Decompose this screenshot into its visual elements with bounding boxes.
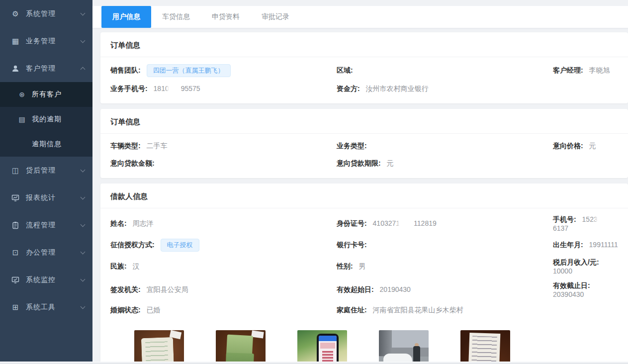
- chevron-down-icon: [81, 194, 86, 199]
- sidebar-item-label: 办公管理: [26, 248, 81, 257]
- sidebar-item-label: 报表统计: [26, 193, 81, 202]
- sidebar-item-report-statistics[interactable]: 报表统计: [0, 184, 92, 211]
- field-home-address: 家庭住址: 河南省宜阳县花果山乡木柴村: [337, 306, 553, 315]
- sidebar-item-label: 逾期信息: [32, 140, 62, 149]
- all-customers-icon: ⊛: [17, 91, 27, 98]
- sidebar-item-system-management[interactable]: ⚙ 系统管理: [0, 0, 92, 27]
- sidebar-item-label: 流程管理: [26, 221, 81, 230]
- field-name: 姓名: 周志洋: [110, 219, 337, 228]
- field-business-phone: 业务手机号: 181095575: [110, 85, 337, 93]
- field-gender: 性别: 男: [337, 262, 553, 271]
- user-icon: [10, 65, 21, 73]
- person-with-car-photo-thumbnail[interactable]: [379, 330, 429, 364]
- field-valid-until: 有效截止日: 20390430: [553, 281, 618, 298]
- field-sales-team: 销售团队: 四团一营（直属王鹏飞）: [110, 64, 337, 77]
- authorization-screenshot-thumbnail[interactable]: [297, 330, 347, 364]
- clipboard-icon: [10, 221, 21, 229]
- field-birth-date: 出生年月: 19911111: [553, 241, 618, 250]
- sidebar-item-label: 我的逾期: [32, 115, 62, 124]
- sidebar-item-process-management[interactable]: 流程管理: [0, 211, 92, 239]
- book-icon: ◫: [10, 166, 21, 175]
- field-valid-from: 有效起始日: 20190430: [337, 285, 553, 294]
- sidebar-submenu-customer: ⊛ 所有客户 ▤ 我的逾期 逾期信息: [0, 82, 92, 157]
- handwritten-document-thumbnail[interactable]: [460, 330, 510, 364]
- bottom-scrollbar-strip[interactable]: [0, 362, 628, 364]
- redaction-blur: [169, 85, 181, 93]
- sidebar-item-all-customers[interactable]: ⊛ 所有客户: [0, 82, 92, 107]
- sidebar-item-customer-management[interactable]: 客户管理: [0, 55, 92, 82]
- id-card-photo-thumbnail[interactable]: [134, 330, 184, 364]
- e-auth-tag[interactable]: 电子授权: [161, 239, 199, 252]
- notebook-icon: ▤: [17, 115, 27, 123]
- card-title: 订单信息: [100, 32, 628, 57]
- drivers-license-photo-thumbnail[interactable]: [216, 330, 266, 364]
- field-intended-loan-term: 意向贷款期限: 元: [337, 159, 553, 168]
- field-mobile: 手机号: 15236137: [553, 215, 618, 232]
- field-monthly-income: 税后月收入/元: 10000: [553, 258, 618, 275]
- card-title: 借款人信息: [100, 183, 628, 208]
- monitor-check-icon: [10, 276, 21, 284]
- field-issuing-authority: 签发机关: 宜阳县公安局: [110, 285, 337, 294]
- sidebar-item-postloan-management[interactable]: ◫ 贷后管理: [0, 157, 92, 184]
- tab-user-info[interactable]: 用户信息: [101, 6, 151, 28]
- sidebar-item-business-management[interactable]: ▦ 业务管理: [0, 27, 92, 55]
- chevron-down-icon: [81, 222, 86, 227]
- sidebar-item-my-overdue[interactable]: ▤ 我的逾期: [0, 107, 92, 132]
- detail-tabbar: 用户信息 车贷信息 申贷资料 审批记录: [92, 6, 628, 28]
- borrower-info-card: 借款人信息 姓名: 周志洋 身份证号: 4103271112819 手机: [100, 183, 628, 364]
- sidebar: ⚙ 系统管理 ▦ 业务管理 客户管理 ⊛ 所有客户 ▤ 我的逾期: [0, 0, 92, 364]
- redaction-blur: [597, 216, 610, 224]
- sidebar-item-label: 客户管理: [26, 64, 81, 73]
- sidebar-item-label: 系统工具: [26, 303, 81, 312]
- sales-team-tag[interactable]: 四团一营（直属王鹏飞）: [147, 64, 231, 77]
- sidebar-item-system-monitor[interactable]: 系统监控: [0, 266, 92, 293]
- field-business-type: 业务类型:: [337, 142, 553, 151]
- chevron-down-icon: [81, 10, 86, 15]
- monitor-chart-icon: [10, 194, 21, 202]
- chevron-down-icon: [81, 38, 86, 43]
- chevron-up-icon: [81, 67, 86, 72]
- sidebar-item-label: 系统管理: [26, 9, 81, 18]
- grid-icon: ▦: [10, 37, 21, 46]
- field-bank-card: 银行卡号:: [337, 241, 553, 250]
- sidebar-item-system-tools[interactable]: ⊞ 系统工具: [0, 293, 92, 321]
- document-photos: 身份证 驾驶证照片 授权截图: [110, 322, 618, 364]
- card-title: 订单信息: [100, 109, 628, 133]
- main-content: 用户信息 车贷信息 申贷资料 审批记录 订单信息 销售团队: 四团一营（直属王鹏…: [92, 0, 628, 364]
- field-account-manager: 客户经理: 李晓旭: [553, 66, 618, 75]
- order-info-card-2: 订单信息 车辆类型: 二手车 业务类型: 意向价格:: [100, 109, 628, 178]
- office-square-icon: ⊡: [10, 248, 21, 257]
- field-id-number: 身份证号: 4103271112819: [337, 219, 553, 228]
- app-window: ⚙ 系统管理 ▦ 业务管理 客户管理 ⊛ 所有客户 ▤ 我的逾期: [0, 0, 628, 364]
- chevron-down-icon: [81, 249, 86, 254]
- field-fund-provider: 资金方: 汝州市农村商业银行: [337, 85, 553, 93]
- gear-icon: ⚙: [10, 9, 21, 18]
- order-info-card-1: 订单信息 销售团队: 四团一营（直属王鹏飞） 区域: 客户经理:: [100, 32, 628, 103]
- sidebar-item-office-management[interactable]: ⊡ 办公管理: [0, 239, 92, 266]
- field-credit-auth-method: 征信授权方式: 电子授权: [110, 239, 337, 252]
- sidebar-item-overdue-info[interactable]: 逾期信息: [0, 132, 92, 157]
- field-marital-status: 婚姻状态: 已婚: [110, 306, 337, 315]
- sidebar-item-label: 贷后管理: [26, 166, 81, 175]
- redaction-blur: [399, 220, 414, 228]
- sidebar-item-label: 所有客户: [32, 90, 62, 99]
- tab-approval-records[interactable]: 审批记录: [251, 6, 300, 28]
- field-intended-price: 意向价格: 元: [553, 142, 618, 151]
- tab-loan-application-docs[interactable]: 申贷资料: [201, 6, 251, 28]
- chevron-down-icon: [81, 276, 86, 281]
- field-ethnicity: 民族: 汉: [110, 262, 337, 271]
- field-region: 区域:: [337, 66, 553, 75]
- toolbox-icon: ⊞: [10, 303, 21, 312]
- field-intended-loan-amount: 意向贷款金额:: [110, 159, 337, 168]
- chevron-down-icon: [81, 167, 86, 172]
- field-vehicle-type: 车辆类型: 二手车: [110, 142, 337, 151]
- sidebar-item-label: 业务管理: [26, 37, 81, 46]
- tab-car-loan-info[interactable]: 车贷信息: [151, 6, 201, 28]
- sidebar-item-label: 系统监控: [26, 275, 81, 284]
- chevron-down-icon: [81, 304, 86, 309]
